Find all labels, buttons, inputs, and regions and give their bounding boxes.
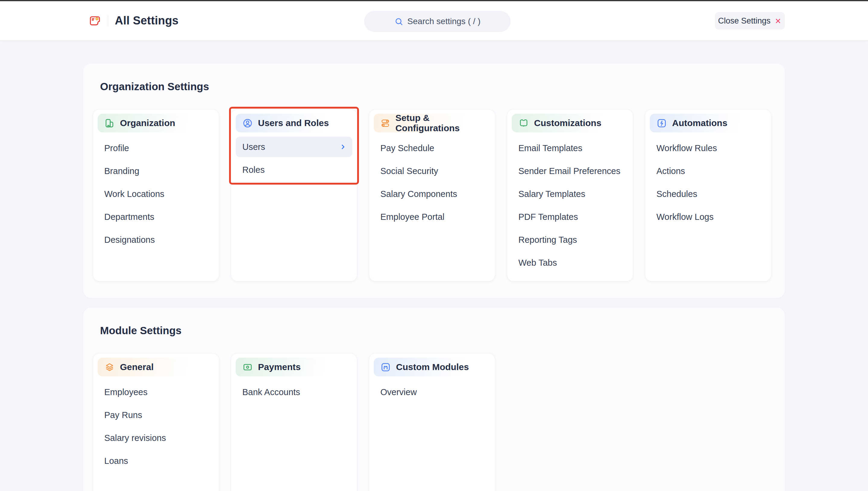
settings-item-label: Branding xyxy=(104,166,139,176)
settings-item[interactable]: Roles xyxy=(236,158,352,181)
settings-item[interactable]: Pay Runs xyxy=(98,404,214,427)
header-divider xyxy=(108,15,108,27)
settings-item-label: Departments xyxy=(104,212,154,222)
settings-item[interactable]: Email Templates xyxy=(512,137,628,160)
settings-item[interactable]: Reporting Tags xyxy=(512,228,628,251)
settings-item-label: Users xyxy=(242,142,265,152)
settings-item[interactable]: Sender Email Preferences xyxy=(512,160,628,182)
settings-item[interactable]: Employees xyxy=(98,381,214,404)
category-header: General xyxy=(98,358,214,376)
settings-item-label: Sender Email Preferences xyxy=(518,166,621,176)
settings-item[interactable]: PDF Templates xyxy=(512,205,628,228)
category-items: EmployeesPay RunsSalary revisionsLoans xyxy=(98,381,214,472)
settings-item-label: Web Tabs xyxy=(518,258,557,268)
settings-item[interactable]: Designations xyxy=(98,228,214,251)
category-columns: GeneralEmployeesPay RunsSalary revisions… xyxy=(93,353,775,491)
category-card: Custom ModulesOverview xyxy=(369,353,495,491)
settings-item-label: Reporting Tags xyxy=(518,235,577,245)
section-heading: Module Settings xyxy=(100,324,775,337)
app-logo xyxy=(89,15,101,27)
category-title: General xyxy=(120,362,154,372)
settings-item[interactable]: Branding xyxy=(98,160,214,182)
category-columns: OrganizationProfileBrandingWork Location… xyxy=(93,109,775,281)
category-card: Users and RolesUsersRoles xyxy=(231,109,357,281)
settings-item[interactable]: Users xyxy=(236,137,352,157)
settings-item[interactable]: Profile xyxy=(98,137,214,160)
settings-item-label: Designations xyxy=(104,235,155,245)
settings-item[interactable]: Overview xyxy=(374,381,490,404)
settings-item-label: Workflow Logs xyxy=(656,212,714,222)
settings-item[interactable]: Schedules xyxy=(650,182,767,205)
module-settings-panel: Module Settings GeneralEmployeesPay Runs… xyxy=(83,308,785,491)
settings-item[interactable]: Bank Accounts xyxy=(236,381,352,404)
settings-header: All Settings Search settings ( / ) Close… xyxy=(0,1,868,40)
settings-item[interactable]: Workflow Rules xyxy=(650,137,767,160)
settings-item-label: Actions xyxy=(656,166,685,176)
category-items: Bank Accounts xyxy=(236,381,352,404)
category-title: Setup & Configurations xyxy=(396,113,490,133)
category-items: Workflow RulesActionsSchedulesWorkflow L… xyxy=(650,137,767,228)
close-settings-button[interactable]: Close Settings xyxy=(715,12,785,30)
category-items: UsersRoles xyxy=(236,137,352,181)
building-icon xyxy=(104,118,115,128)
category-card: OrganizationProfileBrandingWork Location… xyxy=(93,109,219,281)
organization-settings-panel: Organization Settings OrganizationProfil… xyxy=(83,64,785,298)
settings-item-label: Pay Schedule xyxy=(380,143,434,153)
settings-item-label: Pay Runs xyxy=(104,410,142,420)
category-items: ProfileBrandingWork LocationsDepartments… xyxy=(98,137,214,251)
settings-item[interactable]: Salary Components xyxy=(374,182,490,205)
category-items: Pay ScheduleSocial SecuritySalary Compon… xyxy=(374,137,490,228)
search-settings-input[interactable]: Search settings ( / ) xyxy=(364,11,510,32)
settings-item[interactable]: Employee Portal xyxy=(374,205,490,228)
settings-item-label: Schedules xyxy=(656,189,697,199)
settings-item-label: Employees xyxy=(104,387,147,397)
settings-item[interactable]: Workflow Logs xyxy=(650,205,767,228)
settings-item-label: Roles xyxy=(242,165,265,175)
lightning-icon xyxy=(656,118,667,128)
settings-item[interactable]: Departments xyxy=(98,205,214,228)
category-header: Custom Modules xyxy=(374,358,490,376)
settings-item-label: Salary Templates xyxy=(518,189,585,199)
settings-item-label: Email Templates xyxy=(518,143,582,153)
settings-item-label: Bank Accounts xyxy=(242,387,300,397)
category-header: Automations xyxy=(650,114,767,133)
category-header: Organization xyxy=(98,114,214,133)
page-title: All Settings xyxy=(115,14,179,27)
layers-icon xyxy=(104,362,115,373)
chevron-right-icon xyxy=(339,143,347,151)
settings-item[interactable]: Social Security xyxy=(374,160,490,182)
settings-item-label: Loans xyxy=(104,456,128,466)
search-icon xyxy=(394,17,404,26)
banknote-icon xyxy=(242,362,253,373)
category-header: Users and Roles xyxy=(236,114,352,133)
settings-item-label: Social Security xyxy=(380,166,438,176)
category-card: AutomationsWorkflow RulesActionsSchedule… xyxy=(645,109,771,281)
module-icon xyxy=(380,362,391,373)
settings-item-label: Profile xyxy=(104,143,129,153)
category-title: Users and Roles xyxy=(258,118,329,128)
category-header: Setup & Configurations xyxy=(374,114,490,133)
settings-item-label: Salary Components xyxy=(380,189,457,199)
settings-item[interactable]: Loans xyxy=(98,450,214,472)
category-card: Setup & ConfigurationsPay ScheduleSocial… xyxy=(369,109,495,281)
settings-item-label: Employee Portal xyxy=(380,212,444,222)
settings-item-label: Overview xyxy=(380,387,417,397)
category-card: CustomizationsEmail TemplatesSender Emai… xyxy=(507,109,633,281)
category-items: Overview xyxy=(374,381,490,404)
settings-item[interactable]: Actions xyxy=(650,160,767,182)
settings-item-label: Workflow Rules xyxy=(656,143,717,153)
settings-item[interactable]: Work Locations xyxy=(98,182,214,205)
category-title: Custom Modules xyxy=(396,362,469,372)
category-items: Email TemplatesSender Email PreferencesS… xyxy=(512,137,628,274)
user-circle-icon xyxy=(242,118,253,128)
search-placeholder: Search settings ( / ) xyxy=(407,17,481,26)
settings-item[interactable]: Web Tabs xyxy=(512,251,628,274)
section-heading: Organization Settings xyxy=(100,80,775,93)
category-title: Payments xyxy=(258,362,301,372)
settings-item[interactable]: Salary revisions xyxy=(98,427,214,450)
customize-icon xyxy=(518,118,529,128)
settings-item-label: PDF Templates xyxy=(518,212,578,222)
settings-item[interactable]: Pay Schedule xyxy=(374,137,490,160)
settings-item[interactable]: Salary Templates xyxy=(512,182,628,205)
close-x-icon xyxy=(774,17,782,25)
